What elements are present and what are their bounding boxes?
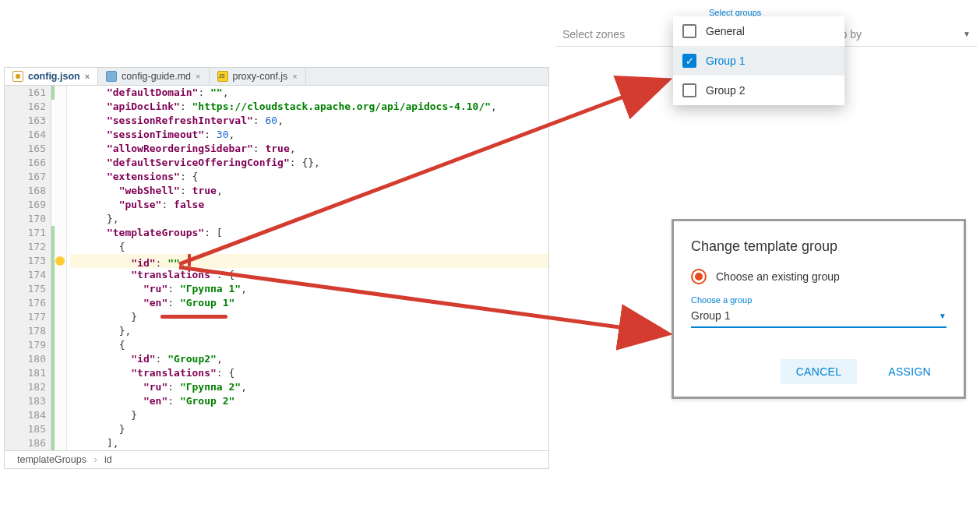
line-number: 168 — [5, 184, 46, 198]
editor-body: 1611621631641651661671681691701711721731… — [5, 86, 548, 450]
editor-tab[interactable]: config.json× — [5, 68, 98, 85]
code-line[interactable]: "extensions": { — [70, 170, 548, 184]
line-number: 173 — [5, 254, 46, 268]
code-line[interactable]: "sessionTimeout": 30, — [70, 128, 548, 142]
radio-existing-group[interactable]: Choose an existing group — [691, 269, 947, 284]
line-number-gutter: 1611621631641651661671681691701711721731… — [5, 86, 51, 450]
code-line[interactable]: "id": "", — [70, 254, 548, 268]
editor-tabbar: config.json×config-guide.md×proxy-conf.j… — [5, 68, 548, 86]
dropdown-item-label: Group 2 — [706, 84, 746, 97]
radio-label: Choose an existing group — [716, 270, 840, 283]
dropdown-item[interactable]: ✓Group 1 — [673, 46, 844, 76]
dropdown-item-label: General — [706, 25, 745, 37]
line-number: 162 — [5, 100, 46, 114]
chevron-down-icon: ▼ — [963, 30, 971, 38]
chevron-down-icon: ▼ — [939, 312, 947, 320]
code-line[interactable]: } — [70, 408, 548, 422]
line-number: 181 — [5, 366, 46, 380]
editor-tab[interactable]: config-guide.md× — [98, 68, 209, 85]
dropdown-item[interactable]: General — [673, 16, 844, 46]
tab-label: config-guide.md — [122, 71, 191, 82]
caret-icon — [188, 254, 191, 266]
code-line[interactable]: }, — [70, 324, 548, 338]
code-line[interactable]: } — [70, 310, 548, 324]
select-zones-dropdown[interactable]: Select zones — [556, 23, 673, 45]
checkbox-icon[interactable] — [682, 24, 696, 38]
file-icon — [106, 71, 117, 82]
annotation-underline — [160, 315, 227, 319]
close-icon[interactable]: × — [85, 72, 90, 81]
chevron-right-icon: › — [93, 454, 97, 465]
breadcrumb-part-a[interactable]: templateGroups — [17, 454, 86, 465]
code-line[interactable]: "en": "Group 2" — [70, 394, 548, 408]
line-number: 172 — [5, 240, 46, 254]
code-area[interactable]: "defaultDomain": "", "apiDocLink": "http… — [67, 86, 548, 450]
close-icon[interactable]: × — [292, 72, 297, 81]
assign-button[interactable]: ASSIGN — [872, 359, 947, 384]
tab-label: proxy-conf.js — [233, 71, 288, 82]
line-number: 182 — [5, 380, 46, 394]
group-select-field[interactable]: Group 1 ▼ — [691, 306, 947, 328]
line-number: 175 — [5, 282, 46, 296]
code-line[interactable]: "apiDocLink": "https://cloudstack.apache… — [70, 100, 548, 114]
radio-icon — [691, 269, 707, 284]
code-line[interactable]: "ru": "Группа 2", — [70, 380, 548, 394]
line-number: 183 — [5, 394, 46, 408]
group-field-label: Choose a group — [691, 295, 947, 305]
line-number: 163 — [5, 114, 46, 128]
editor-tab[interactable]: proxy-conf.js× — [210, 68, 306, 85]
checkbox-checked-icon[interactable]: ✓ — [682, 54, 696, 68]
code-line[interactable]: ], — [70, 436, 548, 450]
cancel-button[interactable]: CANCEL — [781, 359, 858, 384]
breadcrumb-part-b[interactable]: id — [104, 454, 112, 465]
code-line[interactable]: "sessionRefreshInterval": 60, — [70, 114, 548, 128]
line-number: 184 — [5, 408, 46, 422]
checkbox-icon[interactable] — [682, 83, 696, 97]
line-number: 179 — [5, 338, 46, 352]
group-select-value: Group 1 — [691, 309, 731, 322]
change-template-group-modal: Change template group Choose an existing… — [672, 219, 966, 399]
select-zones-placeholder: Select zones — [562, 28, 625, 41]
close-icon[interactable]: × — [196, 72, 200, 81]
file-icon — [217, 71, 228, 82]
line-number: 174 — [5, 268, 46, 282]
code-line[interactable]: { — [70, 240, 548, 254]
code-line[interactable]: "webShell": true, — [70, 184, 548, 198]
code-line[interactable]: "allowReorderingSidebar": true, — [70, 142, 548, 156]
fold-gutter — [55, 86, 67, 450]
line-number: 166 — [5, 156, 46, 170]
code-line[interactable]: "pulse": false — [70, 198, 548, 212]
tab-label: config.json — [28, 71, 80, 82]
line-number: 161 — [5, 86, 46, 100]
line-number: 165 — [5, 142, 46, 156]
line-number: 171 — [5, 226, 46, 240]
code-line[interactable]: "translations": { — [70, 366, 548, 380]
line-number: 170 — [5, 212, 46, 226]
code-line[interactable]: "id": "Group2", — [70, 352, 548, 366]
modal-actions: CANCEL ASSIGN — [691, 359, 947, 384]
code-line[interactable]: "defaultDomain": "", — [70, 86, 548, 100]
dropdown-item-label: Group 1 — [706, 55, 746, 67]
code-line[interactable]: { — [70, 338, 548, 352]
line-number: 164 — [5, 128, 46, 142]
file-icon — [12, 71, 23, 82]
code-line[interactable]: } — [70, 422, 548, 436]
line-number: 176 — [5, 296, 46, 310]
dropdown-item[interactable]: Group 2 — [673, 76, 844, 105]
code-line[interactable]: "defaultServiceOfferingConfig": {}, — [70, 156, 548, 170]
code-line[interactable]: "en": "Group 1" — [70, 296, 548, 310]
code-line[interactable]: "templateGroups": [ — [70, 226, 548, 240]
code-line[interactable]: "translations": { — [70, 268, 548, 282]
line-number: 177 — [5, 310, 46, 324]
modal-title: Change template group — [691, 238, 947, 255]
code-editor-panel: config.json×config-guide.md×proxy-conf.j… — [4, 67, 549, 469]
code-line[interactable]: }, — [70, 212, 548, 226]
breadcrumb[interactable]: templateGroups › id — [5, 450, 548, 468]
groups-dropdown-menu: General✓Group 1Group 2 — [673, 16, 844, 105]
line-number: 178 — [5, 324, 46, 338]
line-number: 167 — [5, 170, 46, 184]
line-number: 185 — [5, 422, 46, 436]
line-number: 180 — [5, 352, 46, 366]
lightbulb-icon[interactable] — [55, 256, 65, 266]
code-line[interactable]: "ru": "Группа 1", — [70, 282, 548, 296]
